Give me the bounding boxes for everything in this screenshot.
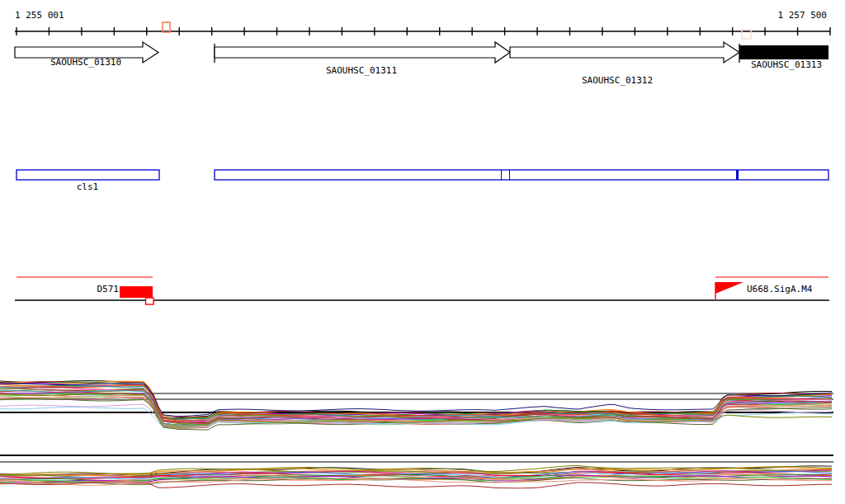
ruler-start-coordinate: 1 255 001 [15,10,64,21]
cds-divider [736,170,739,180]
gene-label[interactable]: SAOUHSC_01311 [326,65,397,76]
gene-label[interactable]: SAOUHSC_01310 [50,57,121,68]
gene-arrow[interactable] [215,42,510,63]
gene-label-cls1[interactable]: cls1 [77,181,99,192]
gene-label[interactable]: SAOUHSC_01313 [751,59,822,70]
gene-label[interactable]: SAOUHSC_01312 [582,75,653,86]
cds-box[interactable] [17,170,159,180]
gene-arrow[interactable] [510,42,739,63]
expression-lower-series-line [0,483,832,488]
tss-notch[interactable] [146,298,154,304]
cds-divider [509,170,510,180]
cds-divider [501,170,502,180]
gene-filled-box[interactable] [739,45,828,59]
tracks-canvas [0,0,845,504]
tss-flag-down[interactable] [120,286,153,298]
tss-flag-up[interactable] [715,282,744,294]
tss-label-d571[interactable]: D571 [97,284,120,294]
ruler-end-coordinate: 1 257 500 [777,10,827,21]
tss-label-u668[interactable]: U668.SigA.M4 [747,284,812,294]
genome-browser-screen: 1 255 001 1 257 500 SAOUHSC_01310SAOUHSC… [0,0,845,504]
